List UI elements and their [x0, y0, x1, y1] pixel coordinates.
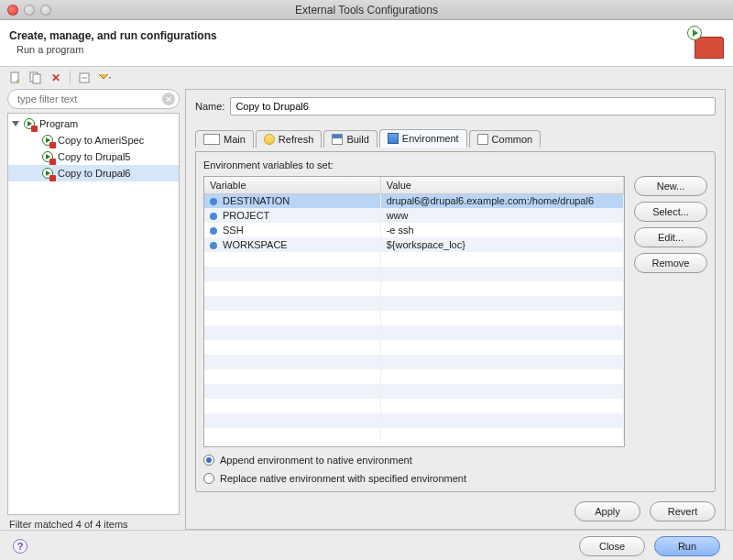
radio-replace-row[interactable]: Replace native environment with specifie… — [203, 473, 707, 484]
table-row[interactable]: DESTINATIONdrupal6@drupal6.example.com:/… — [204, 193, 624, 208]
table-row[interactable] — [204, 340, 624, 355]
help-icon[interactable]: ? — [13, 539, 27, 554]
table-row[interactable] — [204, 325, 624, 340]
header: Create, manage, and run configurations R… — [0, 20, 733, 67]
env-var-icon — [210, 227, 217, 235]
tree-item[interactable]: Copy to Drupal5 — [8, 148, 179, 165]
tab-refresh[interactable]: Refresh — [256, 130, 323, 148]
table-row[interactable] — [204, 296, 624, 311]
env-table[interactable]: Variable Value DESTINATIONdrupal6@drupal… — [203, 176, 625, 447]
collapse-all-icon[interactable] — [76, 70, 93, 86]
name-label: Name: — [195, 101, 224, 112]
tree-item-label: Copy to Drupal6 — [58, 168, 131, 179]
tree-root-program[interactable]: Program — [8, 115, 179, 132]
table-row[interactable] — [204, 355, 624, 369]
table-row[interactable] — [204, 369, 624, 384]
filter-dropdown-icon[interactable] — [96, 70, 113, 86]
filter-clear-icon[interactable]: ✕ — [162, 93, 175, 105]
window-titlebar: External Tools Configurations — [0, 0, 733, 20]
config-tree[interactable]: Program Copy to AmeriSpec Copy to Drupal… — [7, 113, 180, 515]
sidebar: ✕ Program Copy to AmeriSpec Copy to Drup… — [7, 89, 180, 530]
radio-replace[interactable] — [203, 473, 214, 484]
env-var-icon — [210, 198, 217, 205]
details-panel: Name: Main Refresh Build Environment Com… — [185, 89, 726, 530]
table-row[interactable] — [204, 428, 624, 443]
program-icon — [41, 150, 54, 163]
duplicate-config-icon[interactable] — [27, 70, 44, 86]
new-button[interactable]: New... — [634, 176, 707, 196]
table-row[interactable] — [204, 252, 624, 267]
table-row[interactable] — [204, 384, 624, 399]
radio-append-label: Append environment to native environment — [220, 455, 412, 466]
revert-button[interactable]: Revert — [650, 501, 716, 522]
col-variable[interactable]: Variable — [204, 177, 380, 193]
tree-item-label: Copy to Drupal5 — [58, 151, 131, 162]
build-tab-icon — [332, 134, 343, 145]
filter-input[interactable] — [7, 89, 180, 109]
tab-environment[interactable]: Environment — [379, 129, 467, 148]
main-tab-icon — [203, 134, 220, 145]
svg-text:+: + — [16, 78, 19, 84]
program-icon — [23, 117, 36, 130]
delete-config-icon[interactable]: ✕ — [48, 70, 64, 86]
tree-item[interactable]: Copy to AmeriSpec — [8, 132, 179, 148]
table-row[interactable] — [204, 267, 624, 281]
disclosure-triangle-icon[interactable] — [12, 121, 19, 126]
tab-main[interactable]: Main — [195, 130, 254, 148]
radio-append-row[interactable]: Append environment to native environment — [203, 455, 707, 466]
table-row[interactable]: PROJECTwww — [204, 208, 624, 223]
sidebar-toolbar: + ✕ — [0, 67, 733, 89]
env-caption: Environment variables to set: — [203, 159, 707, 170]
close-button[interactable]: Close — [579, 536, 645, 556]
new-config-icon[interactable]: + — [7, 70, 24, 86]
select-button[interactable]: Select... — [634, 202, 707, 222]
footer: ? Close Run — [0, 530, 733, 560]
radio-replace-label: Replace native environment with specifie… — [220, 473, 466, 484]
tab-build[interactable]: Build — [323, 130, 377, 148]
tab-common[interactable]: Common — [469, 130, 542, 148]
common-tab-icon — [477, 134, 488, 145]
table-row[interactable]: WORKSPACE${workspace_loc} — [204, 237, 624, 252]
tree-item-label: Copy to AmeriSpec — [58, 135, 144, 146]
program-icon — [41, 134, 54, 147]
refresh-tab-icon — [264, 134, 275, 145]
table-row[interactable] — [204, 399, 624, 413]
table-row[interactable] — [204, 413, 624, 428]
col-value[interactable]: Value — [380, 177, 623, 193]
env-var-icon — [210, 242, 217, 249]
tree-item-selected[interactable]: Copy to Drupal6 — [8, 165, 179, 181]
run-button[interactable]: Run — [654, 536, 720, 556]
window-title: External Tools Configurations — [0, 4, 733, 16]
table-row[interactable] — [204, 311, 624, 325]
tab-body-environment: Environment variables to set: Variable V… — [195, 151, 716, 492]
filter-status: Filter matched 4 of 4 items — [7, 515, 180, 530]
edit-button[interactable]: Edit... — [634, 227, 707, 247]
remove-button[interactable]: Remove — [634, 253, 707, 273]
tree-root-label: Program — [39, 118, 78, 129]
radio-append[interactable] — [203, 455, 214, 466]
tabs: Main Refresh Build Environment Common — [195, 123, 716, 147]
env-var-icon — [210, 213, 217, 220]
name-input[interactable] — [230, 97, 716, 115]
toolbox-icon — [687, 26, 724, 59]
header-heading: Create, manage, and run configurations — [9, 29, 217, 42]
table-row[interactable] — [204, 281, 624, 296]
program-icon — [41, 167, 54, 180]
table-row[interactable]: SSH-e ssh — [204, 223, 624, 237]
apply-button[interactable]: Apply — [574, 501, 640, 522]
environment-tab-icon — [388, 133, 399, 144]
header-subheading: Run a program — [16, 44, 217, 55]
svg-rect-3 — [33, 74, 40, 83]
